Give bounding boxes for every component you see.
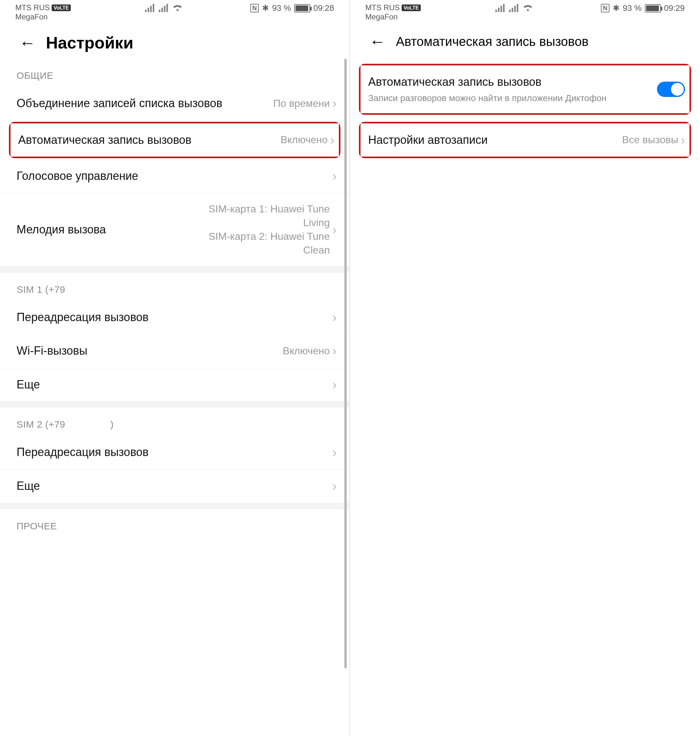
- status-carriers: MTS RUS VoLTE MegaFon: [365, 3, 421, 22]
- item-sim2-more[interactable]: Еще ›: [0, 470, 349, 503]
- highlight-autorecord-settings: Настройки автозаписи Все вызовы ›: [359, 122, 691, 159]
- item-sim1-forwarding[interactable]: Переадресация вызовов ›: [0, 301, 349, 334]
- nfc-icon: N: [601, 4, 609, 12]
- carrier-2: MegaFon: [15, 12, 71, 22]
- chevron-right-icon: ›: [332, 311, 337, 324]
- back-button[interactable]: ←: [369, 33, 386, 50]
- chevron-right-icon: ›: [332, 446, 337, 459]
- item-value: Включено: [283, 344, 330, 358]
- screen-autorecord: MTS RUS VoLTE MegaFon N ✱ 93 % 09:29 ← А…: [350, 0, 700, 736]
- chevron-right-icon: ›: [332, 344, 337, 357]
- status-signal-icons: [145, 3, 183, 12]
- status-bar: MTS RUS VoLTE MegaFon N ✱ 93 % 09:29: [350, 0, 700, 23]
- settings-list: ОБЩИЕ Объединение записей списка вызовов…: [0, 59, 349, 736]
- signal-icon: [145, 3, 154, 12]
- battery-icon: [645, 4, 661, 12]
- toggle-switch[interactable]: [657, 82, 685, 97]
- item-sim1-wifi-calling[interactable]: Wi-Fi-вызовы Включено ›: [0, 334, 349, 368]
- chevron-right-icon: ›: [681, 134, 685, 146]
- chevron-right-icon: ›: [330, 134, 334, 146]
- section-other: ПРОЧЕЕ: [0, 509, 349, 537]
- highlight-autorecord-toggle: Автоматическая запись вызовов Записи раз…: [359, 64, 691, 115]
- item-label: Мелодия вызова: [16, 222, 196, 238]
- app-header: ← Автоматическая запись вызовов: [350, 23, 700, 56]
- bluetooth-icon: ✱: [613, 3, 620, 13]
- signal-icon: [159, 3, 168, 12]
- item-subtitle: Записи разговоров можно найти в приложен…: [368, 92, 657, 104]
- item-label: Объединение записей списка вызовов: [16, 96, 273, 111]
- chevron-right-icon: ›: [332, 223, 337, 236]
- clock: 09:29: [664, 3, 685, 13]
- app-header: ← Настройки: [0, 23, 349, 59]
- item-label: Переадресация вызовов: [16, 445, 332, 460]
- carrier-1: MTS RUS: [365, 3, 400, 12]
- item-label: Переадресация вызовов: [16, 310, 332, 325]
- item-label: Настройки автозаписи: [368, 132, 622, 148]
- item-label: Еще: [16, 377, 332, 393]
- item-sim2-forwarding[interactable]: Переадресация вызовов ›: [0, 436, 349, 470]
- signal-icon: [509, 3, 518, 12]
- status-signal-icons: [496, 3, 533, 12]
- page-title: Настройки: [46, 33, 133, 52]
- item-value: Включено: [281, 133, 328, 147]
- status-carriers: MTS RUS VoLTE MegaFon: [15, 3, 71, 22]
- wifi-icon: [172, 4, 183, 12]
- item-autorecord-toggle[interactable]: Автоматическая запись вызовов Записи раз…: [360, 65, 690, 113]
- item-value: SIM-карта 1: Huawei Tune Living SIM-карт…: [196, 202, 330, 258]
- item-value: По времени: [273, 97, 330, 110]
- volte-badge: VoLTE: [401, 4, 421, 11]
- section-general: ОБЩИЕ: [0, 59, 349, 87]
- page-title: Автоматическая запись вызовов: [396, 34, 588, 49]
- chevron-right-icon: ›: [332, 170, 337, 183]
- chevron-right-icon: ›: [332, 97, 337, 110]
- item-voice-control[interactable]: Голосовое управление ›: [0, 159, 349, 193]
- chevron-right-icon: ›: [332, 480, 337, 492]
- highlight-autorecord: Автоматическая запись вызовов Включено ›: [9, 122, 340, 159]
- item-auto-call-record[interactable]: Автоматическая запись вызовов Включено ›: [10, 124, 339, 157]
- status-bar: MTS RUS VoLTE MegaFon N ✱ 93 % 09:28: [0, 0, 349, 23]
- item-merge-call-records[interactable]: Объединение записей списка вызовов По вр…: [0, 87, 349, 121]
- battery-pct: 93 %: [623, 3, 642, 13]
- item-label: Автоматическая запись вызовов: [18, 132, 281, 148]
- volte-badge: VoLTE: [51, 4, 71, 11]
- status-right: N ✱ 93 % 09:28: [250, 3, 334, 13]
- item-label: Еще: [16, 478, 332, 494]
- section-sim2: SIM 2 (+79 ): [0, 408, 349, 436]
- battery-icon: [294, 4, 310, 12]
- item-label: Голосовое управление: [16, 168, 332, 184]
- bluetooth-icon: ✱: [262, 3, 269, 13]
- status-right: N ✱ 93 % 09:29: [601, 3, 685, 13]
- scrollbar[interactable]: [344, 59, 347, 668]
- chevron-right-icon: ›: [332, 378, 337, 391]
- screen-settings: MTS RUS VoLTE MegaFon N ✱ 93 % 09:28 ← Н…: [0, 0, 350, 736]
- carrier-2: MegaFon: [365, 12, 421, 22]
- item-label: Wi-Fi-вызовы: [16, 343, 283, 359]
- item-ringtone[interactable]: Мелодия вызова SIM-карта 1: Huawei Tune …: [0, 193, 349, 266]
- nfc-icon: N: [250, 4, 259, 12]
- battery-pct: 93 %: [272, 3, 291, 13]
- item-autorecord-settings[interactable]: Настройки автозаписи Все вызовы ›: [360, 124, 690, 157]
- section-sim1: SIM 1 (+79: [0, 273, 349, 301]
- wifi-icon: [523, 4, 533, 12]
- back-button[interactable]: ←: [19, 34, 36, 51]
- clock: 09:28: [313, 3, 334, 13]
- autorecord-content: Автоматическая запись вызовов Записи раз…: [350, 56, 700, 736]
- carrier-1: MTS RUS: [15, 3, 50, 12]
- item-sim1-more[interactable]: Еще ›: [0, 368, 349, 402]
- item-value: Все вызовы: [622, 133, 678, 147]
- signal-icon: [496, 3, 504, 12]
- item-label: Автоматическая запись вызовов: [368, 74, 657, 90]
